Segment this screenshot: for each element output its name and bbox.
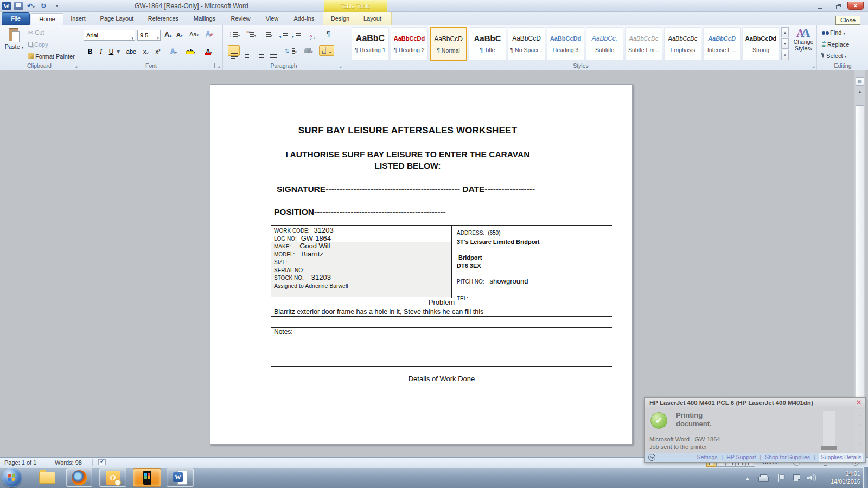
styles-scroll-up-icon[interactable]: ▲ [781,27,789,37]
font-dialog-launcher-icon[interactable] [214,63,220,68]
style-strong[interactable]: AaBbCcDdStrong [742,27,780,61]
taskbar-phone-app-button[interactable] [133,468,161,487]
link-supplies-details[interactable]: Supplies Details [819,453,863,462]
tab-review[interactable]: Review [225,13,256,25]
tab-design[interactable]: Design [326,13,354,25]
ruler-toggle-icon[interactable]: ▤ [856,77,864,86]
close-button[interactable]: ✕ [847,2,864,10]
spellcheck-status-icon[interactable] [98,459,106,465]
shrink-font-button[interactable]: A▾ [176,31,182,38]
align-right-button[interactable] [254,45,266,56]
copy-button[interactable]: Copy [28,41,48,51]
styles-scroll-down-icon[interactable]: ▼ [781,38,789,49]
select-button[interactable]: Select ▾ [822,52,846,59]
minimize-button[interactable] [813,2,827,10]
style-heading1[interactable]: AaBbC¶ Heading 1 [352,27,389,61]
style-heading2[interactable]: AaBbCcDd¶ Heading 2 [391,27,428,61]
bold-button[interactable]: B [85,46,95,57]
tab-home[interactable]: Home [31,13,63,25]
font-color-button[interactable]: A▾ [202,46,215,57]
tray-clock[interactable]: 14:01 14/01/2016 [821,470,860,486]
style-subtitle[interactable]: AaBbCc.Subtitle [586,27,623,61]
tab-page-layout[interactable]: Page Layout [93,13,141,25]
styles-expand-gallery-icon[interactable]: ▼ [781,50,789,60]
align-left-button[interactable] [228,45,240,56]
numbering-button[interactable]: ▾ [244,29,258,40]
tray-action-center-flag-icon[interactable] [777,474,784,482]
tab-references[interactable]: References [143,13,184,25]
italic-button[interactable]: I [97,46,105,57]
sort-button[interactable]: AZ↓ [306,29,319,40]
tab-view[interactable]: View [258,13,286,25]
link-hp-support[interactable]: HP Support [726,453,756,462]
show-paragraph-marks-button[interactable]: ¶ [323,29,333,40]
strikethrough-button[interactable]: abe [124,46,138,57]
change-styles-button[interactable]: AA Change Styles▾ [791,27,816,52]
start-button[interactable] [2,468,22,487]
restore-button[interactable] [831,2,845,10]
undo-icon[interactable]: ↶▾ [25,2,37,10]
text-effects-button[interactable]: A▾ [168,46,180,57]
tab-insert[interactable]: Insert [65,13,91,25]
word-count[interactable]: Words: 98 [55,459,82,466]
justify-button[interactable] [267,45,279,56]
link-settings[interactable]: Settings [697,453,718,462]
tab-mailings[interactable]: Mailings [186,13,224,25]
printer-popup-scroll-thumb[interactable] [821,446,837,450]
underline-button[interactable]: U [107,46,116,57]
font-size-combobox[interactable]: 9.5▾ [137,30,161,41]
paragraph-dialog-launcher-icon[interactable] [336,63,341,68]
customize-qat-icon[interactable]: ▾ [53,2,61,10]
tray-volume-icon[interactable]: )) [807,474,816,481]
superscript-button[interactable]: x² [152,46,163,57]
subscript-button[interactable]: x₂ [141,46,151,57]
word-app-icon[interactable]: W [2,2,11,10]
tray-network-icon[interactable] [792,474,801,481]
style-heading3[interactable]: AaBbCcDdHeading 3 [547,27,584,61]
tab-add-ins[interactable]: Add-Ins [288,13,320,25]
borders-button[interactable]: ▾ [319,45,334,56]
tab-layout[interactable]: Layout [356,13,389,25]
page-indicator[interactable]: Page: 1 of 1 [4,459,36,466]
bullets-button[interactable]: ▾ [228,29,242,40]
style-subtle-emphasis[interactable]: AaBbCcDcSubtle Em... [625,27,662,61]
styles-dialog-launcher-icon[interactable] [809,63,814,68]
taskbar-word-button[interactable] [167,468,194,487]
printer-popup-close-icon[interactable]: ✕ [854,399,864,407]
format-painter-button[interactable]: Format Painter [28,53,75,63]
underline-dropdown-icon[interactable]: ▾ [116,46,121,57]
decrease-indent-button[interactable] [278,29,289,40]
font-family-combobox[interactable]: Arial▾ [84,30,135,41]
tray-show-hidden-icons[interactable]: ▲ [745,476,750,481]
taskbar-firefox-button[interactable] [66,468,92,487]
taskbar-outlook-button[interactable]: O [99,468,126,487]
clipboard-dialog-launcher-icon[interactable] [72,63,77,68]
link-shop-supplies[interactable]: Shop for Supplies [765,453,810,462]
style-emphasis[interactable]: AaBbCcDcEmphasis [664,27,701,61]
line-spacing-button[interactable]: ⇅▾ [283,45,298,56]
increase-indent-button[interactable] [291,29,302,40]
save-icon[interactable] [14,2,23,10]
redo-icon[interactable]: ↻ [39,2,48,10]
clear-formatting-icon[interactable]: A◤ [206,30,214,38]
style-title[interactable]: AaBbC¶ Title [469,27,506,61]
shading-button[interactable]: ▾ [302,45,316,56]
style-intense-emphasis[interactable]: AaBbCcDIntense E... [703,27,741,61]
style-normal[interactable]: AaBbCcD¶ Normal [430,27,467,61]
align-center-button[interactable] [241,45,253,56]
change-case-button[interactable]: Aa▾ [189,31,199,37]
multilevel-list-button[interactable]: ▾ [260,29,275,40]
taskbar-explorer-icon[interactable] [39,472,55,484]
show-desktop-button[interactable] [863,467,868,488]
cut-button[interactable]: ✂ Cut [28,29,44,39]
scroll-up-icon[interactable]: ▲ [856,88,864,95]
paste-button[interactable]: Paste ▾ [3,27,25,66]
tab-file[interactable]: File [2,12,30,25]
document-page[interactable]: SURF BAY LEISURE AFTERSALES WORKSHEET I … [210,84,633,445]
grow-font-button[interactable]: A▴ [164,30,171,38]
tray-printer-icon[interactable] [758,474,768,481]
scrollbar-thumb[interactable] [856,105,864,409]
find-button[interactable]: Find ▾ [822,29,845,36]
text-highlight-button[interactable]: ab▾ [184,46,198,57]
replace-button[interactable]: abac Replace [822,41,849,48]
